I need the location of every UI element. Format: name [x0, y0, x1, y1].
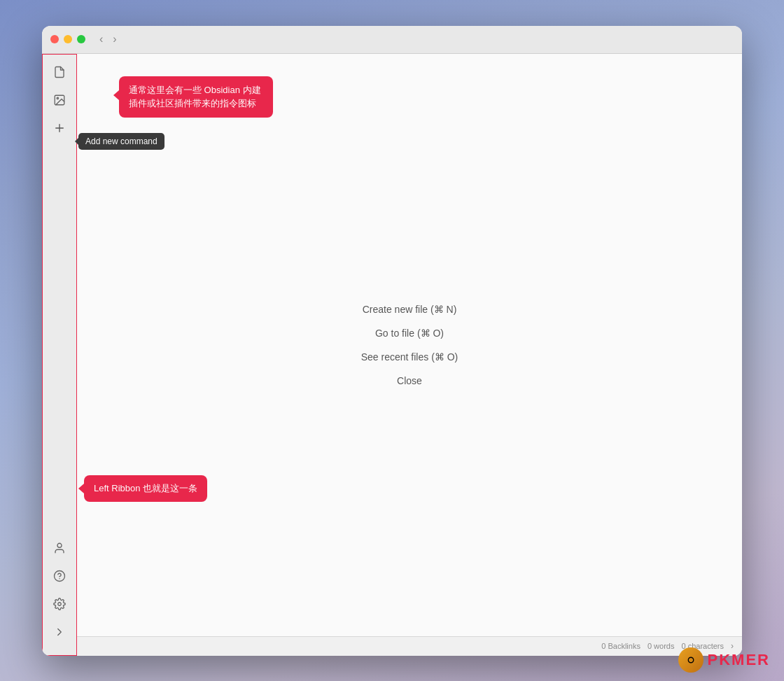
add-command-icon[interactable] — [47, 115, 72, 141]
svg-point-5 — [54, 570, 64, 581]
words-status: 0 words — [648, 642, 675, 650]
back-button[interactable]: ‹ — [97, 31, 106, 47]
go-to-file-item[interactable]: Go to file (⌘ O) — [375, 328, 444, 339]
nav-buttons: ‹ › — [97, 31, 120, 47]
help-icon[interactable] — [47, 563, 72, 589]
media-icon[interactable] — [47, 87, 72, 113]
forward-button[interactable]: › — [110, 31, 119, 47]
ribbon-bottom — [47, 535, 72, 650]
create-new-file-item[interactable]: Create new file (⌘ N) — [363, 304, 457, 315]
files-icon[interactable] — [47, 59, 72, 85]
status-bar: 0 Backlinks 0 words 0 characters › — [77, 636, 742, 656]
close-button[interactable] — [50, 35, 59, 43]
svg-point-7 — [57, 602, 61, 605]
left-ribbon — [42, 54, 77, 656]
app-window: ‹ › — [42, 26, 742, 656]
maximize-button[interactable] — [77, 35, 85, 43]
title-bar: ‹ › — [42, 26, 742, 54]
settings-icon[interactable] — [47, 591, 72, 617]
content-area: Create new file (⌘ N) Go to file (⌘ O) S… — [77, 54, 742, 656]
collapse-right-sidebar-btn[interactable]: › — [731, 641, 734, 651]
collapse-sidebar-icon[interactable] — [47, 619, 72, 645]
ribbon-top — [47, 59, 72, 535]
see-recent-files-item[interactable]: See recent files (⌘ O) — [361, 351, 458, 363]
close-item[interactable]: Close — [397, 375, 422, 386]
empty-state: Create new file (⌘ N) Go to file (⌘ O) S… — [77, 54, 742, 636]
svg-point-1 — [57, 97, 58, 99]
status-right: 0 Backlinks 0 words 0 characters › — [601, 641, 734, 651]
account-icon[interactable] — [47, 535, 72, 561]
svg-point-4 — [57, 543, 62, 547]
characters-status: 0 characters — [681, 642, 724, 650]
main-layout: Create new file (⌘ N) Go to file (⌘ O) S… — [42, 54, 742, 656]
traffic-lights — [50, 35, 85, 43]
backlinks-status: 0 Backlinks — [601, 642, 640, 650]
svg-point-8 — [688, 657, 694, 663]
minimize-button[interactable] — [64, 35, 72, 43]
